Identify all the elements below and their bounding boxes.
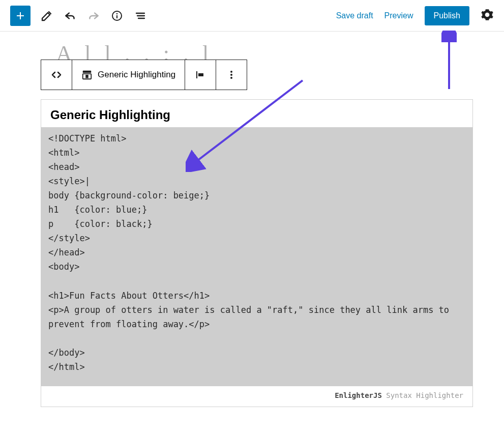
footer-brand: EnlighterJS <box>335 391 382 399</box>
redo-icon <box>87 9 100 22</box>
publish-button[interactable]: Publish <box>425 6 469 25</box>
more-options-button[interactable] <box>216 60 247 90</box>
svg-rect-6 <box>196 71 197 78</box>
code-block[interactable]: Generic Highlighting <!DOCTYPE html> <ht… <box>41 99 473 407</box>
block-heading: Generic Highlighting <box>41 100 472 127</box>
toolbar-right: Save draft Preview Publish <box>336 6 494 25</box>
block-type-button[interactable] <box>41 60 72 90</box>
code-content[interactable]: <!DOCTYPE html> <html> <head> <style>| b… <box>41 127 472 386</box>
save-draft-button[interactable]: Save draft <box>336 11 373 20</box>
block-footer: EnlighterJS Syntax Highlighter <box>41 386 472 407</box>
plus-icon <box>14 10 26 22</box>
code-icon <box>50 69 63 81</box>
outline-button[interactable] <box>133 9 147 23</box>
svg-rect-5 <box>85 75 88 78</box>
footer-text: Syntax Highlighter <box>382 391 463 399</box>
edit-mode-button[interactable] <box>40 9 54 23</box>
info-button[interactable] <box>110 9 124 23</box>
info-icon <box>111 10 123 22</box>
align-button[interactable] <box>185 60 216 90</box>
block-type-label: Generic Highlighting <box>98 70 175 80</box>
more-vertical-icon <box>225 69 238 81</box>
gear-icon <box>481 8 494 21</box>
settings-button[interactable] <box>481 8 494 23</box>
editor-area: A l l . . : . l Generic Highlighting Gen… <box>0 32 504 407</box>
list-icon <box>134 10 146 22</box>
svg-point-1 <box>116 13 118 14</box>
block-toolbar: Generic Highlighting <box>41 60 247 90</box>
block-icon <box>81 69 93 80</box>
block-label-button[interactable]: Generic Highlighting <box>72 60 185 90</box>
svg-point-8 <box>230 71 232 73</box>
toolbar-left <box>10 6 147 26</box>
redo-button[interactable] <box>86 9 101 23</box>
undo-icon <box>64 9 77 22</box>
svg-rect-3 <box>83 71 92 73</box>
align-icon <box>194 69 206 81</box>
add-block-button[interactable] <box>10 6 31 26</box>
pencil-icon <box>41 10 53 22</box>
svg-rect-7 <box>198 73 203 76</box>
undo-button[interactable] <box>63 9 77 23</box>
svg-rect-2 <box>116 15 117 18</box>
top-toolbar: Save draft Preview Publish <box>0 0 504 32</box>
svg-point-9 <box>230 74 232 76</box>
preview-button[interactable]: Preview <box>384 11 413 20</box>
svg-point-10 <box>230 77 232 79</box>
